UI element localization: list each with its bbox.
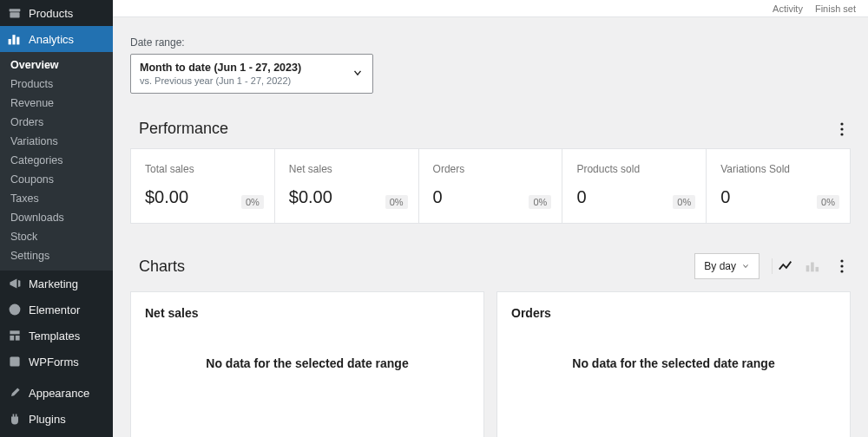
svg-rect-15 [811, 263, 814, 272]
submenu-downloads[interactable]: Downloads [0, 208, 113, 227]
no-data-message: No data for the selected date range [511, 355, 836, 373]
svg-rect-1 [10, 12, 19, 17]
sidebar-item-elementor[interactable]: Elementor [0, 297, 113, 323]
no-data-message: No data for the selected date range [145, 355, 470, 373]
daterange-picker[interactable]: Month to date (Jun 1 - 27, 2023) vs. Pre… [130, 54, 373, 94]
chevron-down-icon [352, 67, 364, 82]
performance-cards: Total sales $0.00 0% Net sales $0.00 0% … [130, 148, 851, 224]
sidebar-label: WPForms [29, 355, 79, 369]
sidebar-item-products[interactable]: Products [0, 0, 113, 26]
sidebar-label: Appearance [29, 387, 89, 400]
svg-rect-2 [9, 39, 11, 44]
svg-point-11 [840, 122, 843, 125]
charts-title: Charts [130, 258, 185, 276]
bar-chart-icon[interactable] [804, 258, 819, 274]
svg-point-18 [840, 264, 843, 267]
sidebar-item-templates[interactable]: Templates [0, 323, 113, 349]
submenu-overview[interactable]: Overview [0, 55, 113, 75]
svg-rect-3 [12, 35, 15, 44]
sidebar-label: Plugins [29, 413, 66, 426]
submenu-taxes[interactable]: Taxes [0, 189, 113, 208]
submenu-stock[interactable]: Stock [0, 227, 113, 246]
svg-point-13 [840, 133, 843, 135]
submenu-settings[interactable]: Settings [0, 246, 113, 265]
sidebar-label: Elementor [29, 303, 80, 316]
svg-rect-4 [16, 37, 19, 45]
submenu-categories[interactable]: Categories [0, 151, 113, 170]
performance-title: Performance [130, 120, 228, 138]
submenu-products[interactable]: Products [0, 75, 113, 94]
templates-icon [7, 329, 23, 342]
svg-rect-6 [10, 330, 19, 334]
screen-meta-bar: Activity Finish set [113, 0, 868, 17]
chart-orders: Orders No data for the selected date ran… [496, 291, 851, 437]
interval-select[interactable]: By day [694, 253, 760, 279]
submenu-coupons[interactable]: Coupons [0, 170, 113, 189]
finish-setup-link[interactable]: Finish set [815, 3, 856, 14]
svg-rect-14 [806, 265, 810, 271]
sidebar-item-marketing[interactable]: Marketing [0, 271, 113, 297]
svg-point-12 [840, 127, 843, 130]
svg-point-5 [10, 304, 21, 316]
archive-icon [7, 6, 23, 20]
analytics-submenu: Overview Products Revenue Orders Variati… [0, 52, 113, 271]
sidebar-item-plugins[interactable]: Plugins [0, 406, 113, 432]
sidebar-label: Marketing [29, 277, 78, 290]
activity-link[interactable]: Activity [773, 3, 803, 14]
form-icon [7, 355, 23, 369]
card-total-sales[interactable]: Total sales $0.00 0% [131, 149, 275, 223]
sidebar-item-appearance[interactable]: Appearance [0, 380, 113, 406]
daterange-secondary: vs. Previous year (Jun 1 - 27, 2022) [140, 75, 301, 86]
card-variations-sold[interactable]: Variations Sold 0 0% [707, 149, 850, 223]
bar-chart-icon [7, 32, 23, 46]
megaphone-icon [7, 277, 23, 290]
line-chart-icon[interactable] [778, 258, 793, 274]
svg-rect-7 [10, 336, 14, 341]
admin-sidebar: Products Analytics Overview Products Rev… [0, 0, 113, 437]
svg-rect-9 [10, 356, 19, 366]
daterange-label: Date range: [130, 36, 851, 49]
card-orders[interactable]: Orders 0 0% [419, 149, 563, 223]
brush-icon [7, 386, 23, 400]
sidebar-item-analytics[interactable]: Analytics [0, 26, 113, 52]
sidebar-label: Analytics [29, 33, 74, 46]
svg-point-17 [840, 259, 843, 262]
sidebar-item-users[interactable]: Users [0, 432, 113, 437]
submenu-variations[interactable]: Variations [0, 132, 113, 151]
elementor-icon [7, 303, 23, 316]
chart-title: Orders [511, 306, 836, 320]
svg-rect-16 [816, 267, 819, 271]
svg-point-19 [840, 270, 843, 272]
sidebar-item-wpforms[interactable]: WPForms [0, 349, 113, 375]
svg-rect-0 [10, 9, 21, 11]
sidebar-label: Templates [29, 329, 80, 342]
performance-menu-button[interactable] [833, 121, 851, 138]
card-net-sales[interactable]: Net sales $0.00 0% [275, 149, 419, 223]
submenu-orders[interactable]: Orders [0, 113, 113, 132]
plug-icon [7, 412, 23, 426]
sidebar-label: Products [29, 7, 73, 20]
chart-net-sales: Net sales No data for the selected date … [130, 291, 484, 437]
card-products-sold[interactable]: Products sold 0 0% [562, 149, 707, 223]
chart-title: Net sales [145, 306, 470, 320]
svg-rect-8 [16, 336, 20, 341]
submenu-revenue[interactable]: Revenue [0, 94, 113, 113]
charts-menu-button[interactable] [833, 258, 851, 275]
main-content: Activity Finish set Date range: Month to… [113, 0, 868, 437]
daterange-primary: Month to date (Jun 1 - 27, 2023) [140, 62, 301, 74]
